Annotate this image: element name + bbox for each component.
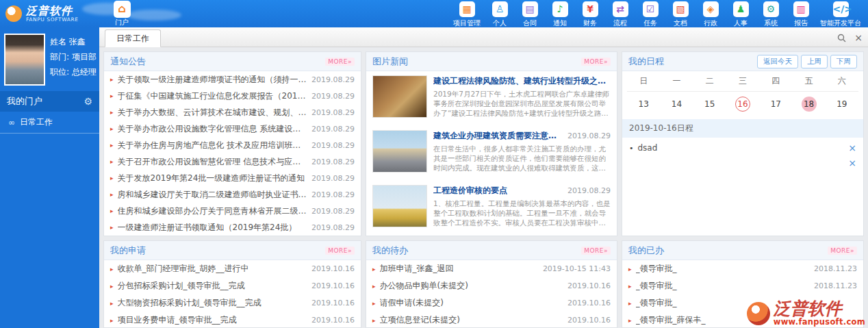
more-arrow-icon: » [850, 247, 854, 254]
notice-item[interactable]: ▸关于领取一级注册建造师增项证书的通知（须持一建证书前来领取）2019.08.2… [104, 71, 361, 88]
tab-label: 日常工作 [116, 34, 149, 43]
sidebar-item-label: 日常工作 [20, 116, 53, 128]
project-management-icon: ▦ [459, 1, 475, 17]
next-week-button[interactable]: 下周 [830, 55, 857, 68]
app-dev-platform[interactable]: </> 智能开发平台 [820, 0, 861, 28]
close-icon[interactable]: × [854, 33, 863, 42]
more-link[interactable]: MORE» [325, 247, 355, 255]
bullet-icon: ▸ [110, 317, 114, 324]
news-summary: 1、核准工程量。工程量是编制决算最基本的内容，也是整个工程取数和计划的基础。工程… [433, 199, 611, 228]
calendar-day[interactable]: 13 [627, 97, 660, 112]
news-title: 建筑企业办理建筑资质需要注意哪些细节 [433, 130, 563, 142]
watermark-brand: 泛普软件 [774, 300, 865, 317]
personal-icon: ♙ [492, 1, 508, 17]
task-icon: ☑ [643, 1, 659, 17]
app-personal[interactable]: ♙ 个人 [489, 0, 511, 28]
app-project-management[interactable]: ▦ 项目管理 [453, 0, 481, 28]
more-link[interactable]: MORE» [581, 58, 611, 66]
notice-item[interactable]: ▸住房和城乡建设部办公厅关于同意青林省开展二级建造师注册证书电...2019.0… [104, 203, 361, 219]
bullet-icon: ▸ [628, 300, 632, 307]
bullet-icon: ▸ [372, 283, 376, 290]
notice-item[interactable]: ▸一级建造师注册证书领取通知（2019年第24批）2019.08.29 [104, 219, 361, 236]
panel-title: 我的申请 [110, 244, 146, 257]
panel-my-applications: 我的申请 MORE» ▸收款单_部门经理审批_胡婷__进行中2019.10.16… [103, 240, 361, 328]
calendar-day[interactable]: 14 [660, 97, 693, 112]
more-label: MORE [584, 58, 604, 65]
notice-item[interactable]: ▸关于举办市政公用设施数字化管理信息 系统建设与应用培训班的通知2019.08.… [104, 121, 361, 137]
todo-item[interactable]: ▸立项信息登记(未提交)2019.10.16 [366, 312, 617, 328]
application-item[interactable]: ▸项目业务费申请_领导审批__完成2019.10.16 [104, 312, 361, 328]
delete-event-icon[interactable]: × [848, 143, 856, 153]
todo-item[interactable]: ▸办公物品申购单(未提交)2019.10.16 [366, 277, 617, 294]
notice-text: 房和城乡建设厅关于取消二级建造师临时执业证书的公告 [118, 189, 307, 201]
news-image [372, 185, 427, 227]
panel-notices: 通知公告 MORE» ▸关于领取一级注册建造师增项证书的通知（须持一建证书前来领… [103, 51, 361, 236]
application-text: 收款单_部门经理审批_胡婷__进行中 [118, 263, 307, 275]
calendar-day[interactable]: 19 [826, 97, 858, 112]
bullet-icon: ▸ [110, 224, 114, 231]
bullet-icon: ▸ [110, 142, 114, 149]
portal-home-button[interactable]: ⌂ 门户 [106, 1, 138, 27]
bullet-icon: ▸ [628, 317, 632, 324]
news-item[interactable]: 建设工程法律风险防范、建筑行业转型升级之路沙龙活动 2019年7月27日下午，土… [366, 71, 617, 126]
notice-item[interactable]: ▸于征集《中国建筑施工行业信息化发展报告（2014）—BIM应用与发...201… [104, 88, 361, 104]
user-title-label: 职位: [50, 67, 69, 77]
app-notification[interactable]: ♪ 通知 [549, 0, 571, 28]
more-arrow-icon: » [604, 58, 608, 65]
more-arrow-icon: » [348, 58, 352, 65]
gear-icon[interactable]: ⚙ [84, 96, 92, 107]
delete-event-icon[interactable]: × [848, 158, 856, 168]
panel-title: 我的已办 [628, 244, 664, 257]
search-icon[interactable] [837, 34, 846, 42]
done-item[interactable]: ▸_领导审批_2018.11.23 [622, 260, 863, 277]
app-administration[interactable]: ◈ 行政 [700, 0, 722, 28]
todo-item[interactable]: ▸加班申请_张鑫_退回2019-10-15 11:43 [366, 260, 617, 277]
tab-daily-work[interactable]: 日常工作 [105, 29, 161, 47]
more-link[interactable]: MORE» [828, 247, 857, 255]
news-item[interactable]: 建筑企业办理建筑资质需要注意哪些细节 2019.08.29 在日常生活中，很多人… [366, 126, 617, 181]
calendar-day-today[interactable]: 16 [726, 97, 759, 112]
notice-item[interactable]: ▸关于召开市政公用设施智慧化管理 信息技术与应用培训班的通知2019.08.29 [104, 153, 361, 170]
calendar-day-highlighted[interactable]: 18 [792, 97, 825, 112]
notice-item[interactable]: ▸关于发放2019年第24批一级建造师注册证书的通知2019.08.29 [104, 170, 361, 186]
todo-item[interactable]: ▸请假申请(未提交)2019.10.16 [366, 294, 617, 312]
app-report[interactable]: ▥ 报告 [790, 0, 812, 28]
app-finance[interactable]: ¥ 财务 [579, 0, 601, 28]
bullet-icon: ▸ [372, 300, 376, 307]
user-card: 姓名 张鑫 部门: 项目部 职位: 总经理 [0, 27, 99, 91]
schedule-event[interactable]: × [622, 153, 863, 168]
prev-week-button[interactable]: 上周 [801, 55, 828, 68]
notice-item[interactable]: ▸关于举办大数据、云计算技术在城市建设、规划、管理与服务中的应...2019.0… [104, 104, 361, 121]
done-text: _领导审批_ [636, 280, 810, 292]
schedule-event[interactable]: • dsad × [622, 138, 863, 153]
app-contract[interactable]: ▤ 合同 [519, 0, 541, 28]
app-hr[interactable]: ♟ 人事 [730, 0, 752, 28]
app-task[interactable]: ☑ 任务 [639, 0, 661, 28]
done-item[interactable]: ▸_领导审批_2018.11.23 [622, 277, 863, 294]
notice-text: 关于举办市政公用设施数字化管理信息 系统建设与应用培训班的通知 [118, 123, 307, 135]
notice-item[interactable]: ▸关于举办住房与房地产信息化 技术及应用培训班的通知2019.08.29 [104, 137, 361, 153]
app-system[interactable]: ⚙ 系统 [760, 0, 782, 28]
application-item[interactable]: ▸收款单_部门经理审批_胡婷__进行中2019.10.16 [104, 260, 361, 277]
notice-item[interactable]: ▸房和城乡建设厅关于取消二级建造师临时执业证书的公告2019.08.29 [104, 186, 361, 203]
brand-subtitle: FANPU SOFTWARE [26, 16, 79, 23]
back-to-today-button[interactable]: 返回今天 [757, 55, 798, 68]
app-document[interactable]: ▧ 文档 [669, 0, 691, 28]
application-item[interactable]: ▸大型物资招标采购计划_领导审批__完成2019.10.16 [104, 294, 361, 312]
calendar-day[interactable]: 17 [759, 97, 792, 112]
day-number: 18 [802, 97, 817, 112]
calendar-day[interactable]: 15 [693, 97, 726, 112]
top-header: 泛普软件 FANPU SOFTWARE ⌂ 门户 ▦ 项目管理 ♙ 个人 ▤ 合… [0, 0, 868, 27]
todo-date: 2019.10.16 [567, 281, 611, 290]
document-icon: ▧ [673, 1, 689, 17]
app-process[interactable]: ⇄ 流程 [609, 0, 631, 28]
sidebar-item-daily-work[interactable]: ∞ 日常工作 [0, 112, 99, 134]
application-list: ▸收款单_部门经理审批_胡婷__进行中2019.10.16 ▸分包招标采购计划_… [104, 260, 361, 327]
news-item[interactable]: 工程造价审核的要点 2019.08.29 1、核准工程量。工程量是编制决算最基本… [366, 181, 617, 236]
main-content: 日常工作 × 通知公告 MORE» ▸关于领取一级注册建造师增项证书的通知（须持… [99, 27, 868, 328]
bullet-icon: ▸ [110, 283, 114, 290]
application-item[interactable]: ▸分包招标采购计划_领导审批__完成2019.10.16 [104, 277, 361, 294]
user-name: 张鑫 [69, 37, 86, 47]
more-link[interactable]: MORE» [325, 58, 355, 66]
more-link[interactable]: MORE» [581, 247, 611, 255]
